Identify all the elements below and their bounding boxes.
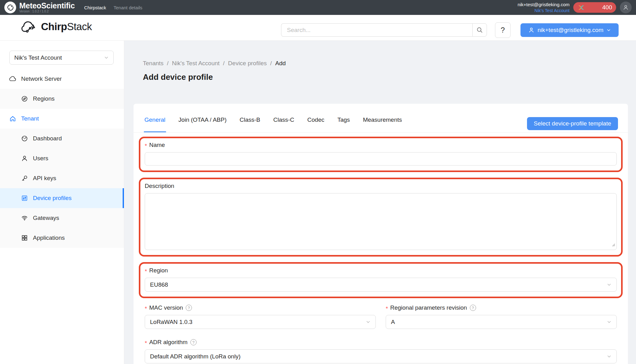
device-profile-card: General Join (OTAA / ABP) Class-B Class-… bbox=[134, 104, 628, 364]
mac-version-select-value: LoRaWAN 1.0.3 bbox=[150, 319, 193, 325]
sidebar-item-gateways[interactable]: Gateways bbox=[0, 208, 124, 228]
sidebar-item-label: Applications bbox=[33, 234, 65, 241]
tab-tags[interactable]: Tags bbox=[337, 116, 350, 132]
field-description: Description bbox=[145, 182, 617, 250]
cloud-icon bbox=[9, 75, 16, 82]
region-label: * Region bbox=[145, 266, 617, 275]
sidebar-item-users[interactable]: Users bbox=[0, 148, 124, 168]
topbar-user-meta: nik+test@gristleking.com Nik's Test Acco… bbox=[518, 2, 570, 13]
tenant-select[interactable]: Nik's Test Account bbox=[9, 51, 114, 65]
help-circle-icon[interactable]: ? bbox=[190, 339, 197, 345]
resize-handle[interactable] bbox=[611, 242, 615, 248]
chirpstack-wordmark: ChirpStack bbox=[41, 21, 92, 33]
chevron-down-icon bbox=[606, 28, 611, 32]
regional-parameters-label: * Regional parameters revision ? bbox=[386, 304, 617, 312]
chevron-down-icon bbox=[607, 354, 611, 359]
adr-algorithm-label-text: ADR algorithm bbox=[149, 339, 188, 346]
required-marker: * bbox=[145, 306, 147, 312]
grid-icon bbox=[21, 234, 28, 241]
account-menu-label: nik+test@gristleking.com bbox=[538, 27, 603, 34]
sidebar-item-applications[interactable]: Applications bbox=[0, 228, 124, 248]
select-template-button[interactable]: Select device-profile template bbox=[527, 117, 618, 130]
regional-parameters-select[interactable]: A bbox=[386, 315, 617, 329]
name-label-text: Name bbox=[149, 142, 165, 148]
search-input[interactable] bbox=[281, 23, 472, 37]
help-circle-icon[interactable]: ? bbox=[186, 305, 192, 311]
sidebar-item-network-server[interactable]: Network Server bbox=[0, 69, 124, 89]
mac-regional-row: * MAC version ? LoRaWAN 1.0.3 bbox=[145, 304, 617, 329]
topnav-tenant-details[interactable]: Tenant details bbox=[114, 5, 143, 10]
region-select[interactable]: EU868 bbox=[145, 278, 617, 292]
breadcrumb-separator: / bbox=[270, 60, 272, 67]
meteo-logo-icon bbox=[4, 2, 16, 13]
region-select-value: EU868 bbox=[150, 281, 168, 288]
tab-codec[interactable]: Codec bbox=[307, 116, 325, 132]
regional-parameters-select-value: A bbox=[391, 319, 395, 325]
global-search bbox=[281, 23, 487, 37]
required-marker: * bbox=[145, 143, 147, 149]
mac-version-select[interactable]: LoRaWAN 1.0.3 bbox=[145, 315, 376, 329]
chirpstack-cloud-icon bbox=[19, 19, 38, 34]
chevron-down-icon bbox=[366, 320, 370, 324]
wordmark-light: Stack bbox=[67, 21, 92, 32]
field-name: * Name bbox=[145, 141, 617, 166]
tab-class-b[interactable]: Class-B bbox=[239, 116, 261, 132]
region-label-text: Region bbox=[149, 267, 168, 274]
sidebar-item-device-profiles[interactable]: Device profiles bbox=[0, 188, 124, 208]
field-regional-parameters-revision: * Regional parameters revision ? A bbox=[386, 304, 617, 329]
sidebar-item-label: Tenant bbox=[21, 115, 39, 122]
name-input[interactable] bbox=[145, 152, 617, 166]
adr-algorithm-label: * ADR algorithm ? bbox=[145, 338, 617, 346]
breadcrumb-separator: / bbox=[223, 60, 225, 67]
screen: MeteoScientific Version : 1.0.2 / 1.0.2 … bbox=[0, 0, 636, 364]
sidebar-item-label: Device profiles bbox=[33, 195, 72, 202]
tab-measurements[interactable]: Measurements bbox=[362, 116, 403, 132]
description-label: Description bbox=[145, 182, 617, 190]
key-icon bbox=[21, 175, 28, 182]
sidebar-menu: Network Server Regions Tenant bbox=[0, 69, 124, 248]
breadcrumb-device-profiles[interactable]: Device profiles bbox=[228, 60, 267, 67]
chevron-down-icon bbox=[607, 320, 611, 324]
sidebar-item-label: API keys bbox=[33, 175, 56, 182]
search-button[interactable] bbox=[472, 23, 487, 37]
tab-class-c[interactable]: Class-C bbox=[273, 116, 295, 132]
meteo-topbar: MeteoScientific Version : 1.0.2 / 1.0.2 … bbox=[0, 0, 636, 15]
help-button[interactable]: ? bbox=[495, 22, 511, 38]
user-icon bbox=[528, 27, 534, 33]
help-circle-icon[interactable]: ? bbox=[470, 305, 476, 311]
description-textarea-wrap bbox=[145, 193, 617, 250]
breadcrumb-tenant-name[interactable]: Nik's Test Account bbox=[172, 60, 220, 67]
credits-amount: 400 bbox=[602, 4, 612, 11]
required-marker: * bbox=[145, 340, 147, 346]
home-icon bbox=[9, 115, 16, 122]
tab-join-otaa-abp[interactable]: Join (OTAA / ABP) bbox=[178, 116, 227, 132]
credits-logo-icon bbox=[577, 4, 585, 11]
brand-text: MeteoScientific Version : 1.0.2 / 1.0.2 bbox=[19, 2, 75, 13]
topbar-nav: Chirpstack Tenant details bbox=[84, 5, 142, 10]
description-textarea[interactable] bbox=[145, 193, 617, 250]
sidebar-item-api-keys[interactable]: API keys bbox=[0, 168, 124, 188]
sidebar-item-dashboard[interactable]: Dashboard bbox=[0, 129, 124, 148]
chevron-down-icon bbox=[104, 55, 109, 60]
annotation-box-region: * Region EU868 bbox=[139, 262, 623, 298]
field-region: * Region EU868 bbox=[145, 266, 617, 292]
topbar-avatar[interactable] bbox=[620, 2, 632, 13]
description-label-text: Description bbox=[145, 183, 174, 189]
credits-badge[interactable]: 400 bbox=[573, 2, 616, 13]
sidebar-item-regions[interactable]: Regions bbox=[0, 89, 124, 109]
account-menu-button[interactable]: nik+test@gristleking.com bbox=[520, 23, 619, 37]
regional-parameters-label-text: Regional parameters revision bbox=[390, 304, 467, 311]
tab-general[interactable]: General bbox=[144, 116, 166, 132]
meteo-brand: MeteoScientific Version : 1.0.2 / 1.0.2 bbox=[4, 2, 75, 13]
topbar-user-account-link[interactable]: Nik's Test Account bbox=[518, 8, 570, 13]
wifi-icon bbox=[21, 215, 28, 221]
breadcrumb-tenants[interactable]: Tenants bbox=[143, 60, 164, 67]
topbar-right: nik+test@gristleking.com Nik's Test Acco… bbox=[518, 2, 632, 13]
chirpstack-logo[interactable]: ChirpStack bbox=[19, 19, 92, 34]
topnav-chirpstack[interactable]: Chirpstack bbox=[84, 5, 106, 10]
brand-version: Version : 1.0.2 / 1.0.2 bbox=[19, 10, 75, 13]
adr-algorithm-select[interactable]: Default ADR algorithm (LoRa only) bbox=[145, 349, 617, 363]
sidebar-item-label: Network Server bbox=[21, 75, 62, 82]
sidebar-item-tenant[interactable]: Tenant bbox=[0, 109, 124, 129]
annotation-box-name: * Name bbox=[139, 137, 623, 172]
